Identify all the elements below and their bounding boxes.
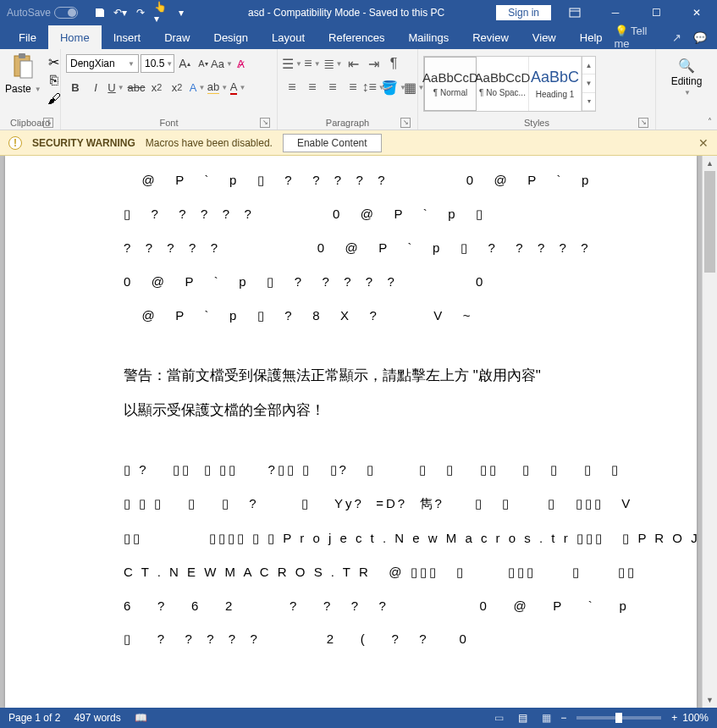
style-normal[interactable]: AaBbCcD ¶ Normal (424, 57, 477, 111)
qat-customize-icon[interactable]: ▾ (174, 6, 188, 19)
tab-help[interactable]: Help (568, 25, 615, 49)
vertical-scrollbar[interactable]: ▲ ▼ (702, 156, 717, 708)
italic-button[interactable]: I (86, 78, 105, 97)
save-icon[interactable] (93, 6, 107, 19)
doc-warning-line: 警告：當前文檔受到保護無法正常顯示，請點擊左上方 "啟用內容" (124, 366, 612, 385)
undo-icon[interactable]: ↶▾ (113, 6, 127, 19)
style-no-spacing[interactable]: AaBbCcD ¶ No Spac... (477, 57, 529, 111)
bold-button[interactable]: B (66, 78, 85, 97)
enable-content-button[interactable]: Enable Content (283, 134, 382, 152)
format-painter-icon[interactable]: 🖌 (47, 91, 62, 107)
security-close-icon[interactable]: ✕ (698, 136, 709, 150)
tab-insert[interactable]: Insert (102, 25, 153, 49)
justify-icon[interactable]: ≡ (344, 78, 362, 97)
paragraph-dialog-launcher[interactable]: ↘ (400, 118, 411, 128)
align-right-icon[interactable]: ≡ (323, 78, 342, 97)
doc-line: ▯ ▯ ▯ ▯ ▯ ? ▯ Yy? =D? 雋? ▯ ▯ ▯ ▯▯▯ V (124, 496, 612, 512)
document-viewport[interactable]: @ P ` p ▯ ? ? ? ? ? 0 @ P ` p ▯ ? ? ? ? … (0, 156, 702, 708)
text-effects-icon[interactable]: A▼ (188, 78, 207, 97)
tab-draw[interactable]: Draw (152, 25, 201, 49)
paste-button[interactable]: Paste▼ (5, 51, 41, 95)
doc-line: ▯ ? ? ? ? ? 0 @ P ` p ▯ (124, 207, 612, 222)
font-name-combo[interactable]: DengXian▼ (66, 54, 139, 73)
tellme-search[interactable]: 💡 Tell me (615, 25, 660, 50)
clipboard-dialog-launcher[interactable]: ↘ (43, 118, 53, 128)
editing-button[interactable]: 🔍 Editing ▼ (661, 51, 712, 97)
tab-design[interactable]: Design (202, 25, 260, 49)
change-case-icon[interactable]: Aa▼ (213, 54, 230, 73)
signin-button[interactable]: Sign in (496, 5, 551, 20)
scroll-down-icon[interactable]: ▼ (703, 692, 717, 708)
bullets-icon[interactable]: ☰▼ (283, 54, 301, 73)
page-indicator[interactable]: Page 1 of 2 (8, 712, 60, 724)
multilevel-list-icon[interactable]: ≣▼ (323, 54, 342, 73)
redo-icon[interactable]: ↷ (134, 6, 147, 19)
print-layout-icon[interactable]: ▤ (513, 710, 532, 725)
tab-view[interactable]: View (521, 25, 568, 49)
styles-dialog-launcher[interactable]: ↘ (638, 118, 648, 128)
spellcheck-icon[interactable]: 📖 (135, 712, 147, 724)
web-layout-icon[interactable]: ▦ (537, 710, 555, 725)
svg-rect-0 (570, 8, 580, 17)
tab-home[interactable]: Home (48, 25, 102, 49)
security-message: Macros have been disabled. (146, 137, 273, 149)
show-marks-icon[interactable]: ¶ (384, 54, 403, 73)
shading-icon[interactable]: 🪣▼ (384, 78, 403, 97)
line-spacing-icon[interactable]: ↕≡▼ (364, 78, 383, 97)
shrink-font-icon[interactable]: A▾ (195, 54, 212, 73)
paste-label: Paste (5, 83, 31, 95)
autosave-switch-icon[interactable] (54, 7, 78, 19)
strikethrough-button[interactable]: abc (127, 78, 146, 97)
font-size-combo[interactable]: 10.5▼ (141, 54, 174, 73)
highlight-color-icon[interactable]: ab▼ (208, 78, 227, 97)
tab-file[interactable]: File (7, 25, 48, 49)
share-icon[interactable]: ↗ (672, 31, 681, 44)
increase-indent-icon[interactable]: ⇥ (364, 54, 383, 73)
zoom-in-icon[interactable]: + (671, 712, 677, 724)
word-count[interactable]: 497 words (74, 712, 120, 724)
styles-gallery-more[interactable]: ▲▼▾ (582, 57, 595, 111)
tab-review[interactable]: Review (461, 25, 521, 49)
comments-icon[interactable]: 💬 (693, 31, 707, 44)
autosave-toggle-group[interactable]: AutoSave (0, 7, 85, 19)
scroll-up-icon[interactable]: ▲ (703, 156, 717, 171)
align-left-icon[interactable]: ≡ (283, 78, 301, 97)
styles-gallery[interactable]: AaBbCcD ¶ Normal AaBbCcD ¶ No Spac... Aa… (423, 56, 596, 112)
window-title: asd - Compatibility Mode - Saved to this… (196, 7, 496, 19)
cut-icon[interactable]: ✂ (47, 54, 62, 69)
numbering-icon[interactable]: ≡▼ (303, 54, 322, 73)
font-color-icon[interactable]: A▼ (229, 78, 247, 97)
tab-references[interactable]: References (317, 25, 396, 49)
close-icon[interactable]: ✕ (680, 0, 714, 25)
doc-warning-line: 以顯示受保護文檔的全部內容！ (124, 400, 612, 420)
tab-mailings[interactable]: Mailings (397, 25, 461, 49)
doc-line: @ P ` p ▯ ? 8 X ? V ~ (124, 308, 612, 323)
tab-layout[interactable]: Layout (260, 25, 317, 49)
underline-button[interactable]: U▼ (107, 78, 125, 97)
read-mode-icon[interactable]: ▭ (489, 710, 508, 725)
zoom-out-icon[interactable]: − (560, 712, 566, 724)
zoom-level[interactable]: 100% (682, 712, 709, 724)
group-font: DengXian▼ 10.5▼ A▴ A▾ Aa▼ A̷ B I U▼ abc … (61, 49, 278, 130)
style-heading1[interactable]: AaBbC Heading 1 (529, 57, 582, 111)
superscript-button[interactable]: x2 (168, 78, 186, 97)
maximize-icon[interactable]: ☐ (639, 0, 673, 25)
minimize-icon[interactable]: ─ (598, 0, 632, 25)
group-clipboard: Paste▼ ✂ ⎘ 🖌 Clipboard↘ (0, 49, 61, 130)
font-dialog-launcher[interactable]: ↘ (260, 118, 270, 128)
subscript-button[interactable]: x2 (147, 78, 166, 97)
collapse-ribbon-icon[interactable]: ˄ (708, 117, 712, 126)
ribbon-display-icon[interactable] (558, 0, 592, 25)
group-styles: AaBbCcD ¶ Normal AaBbCcD ¶ No Spac... Aa… (418, 49, 656, 130)
zoom-slider[interactable] (576, 716, 661, 720)
touch-mode-icon[interactable]: 👆▾ (154, 6, 168, 19)
doc-line: ▯ ? ▯▯ ▯ ▯▯ ?▯▯ ▯ ▯? ▯ ▯ ▯ ▯▯ ▯ ▯ ▯ ▯ (124, 462, 612, 477)
ribbon-tabs: File Home Insert Draw Design Layout Refe… (0, 25, 717, 49)
grow-font-icon[interactable]: A▴ (176, 54, 193, 73)
scroll-thumb[interactable] (704, 171, 715, 273)
copy-icon[interactable]: ⎘ (47, 73, 62, 88)
decrease-indent-icon[interactable]: ⇤ (344, 54, 362, 73)
find-icon: 🔍 (678, 58, 695, 74)
clear-formatting-icon[interactable]: A̷ (232, 54, 249, 73)
align-center-icon[interactable]: ≡ (303, 78, 322, 97)
